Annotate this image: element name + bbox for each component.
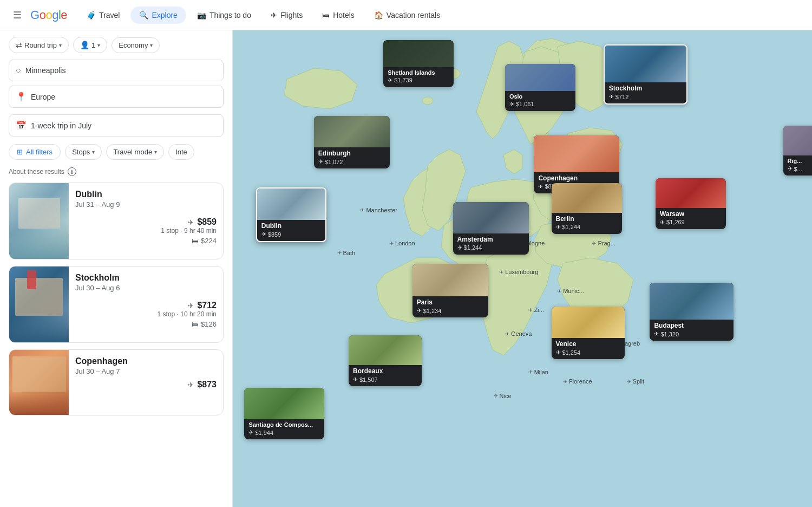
stops-button[interactable]: Stops ▾: [65, 144, 102, 160]
nav-item-vacation-rentals[interactable]: 🏠 Vacation rentals: [365, 6, 449, 24]
dublin-dates: Jul 31 – Aug 9: [75, 200, 217, 209]
map-card-bordeaux[interactable]: Bordeaux ✈$1,507: [349, 335, 422, 386]
person-icon: 👤: [80, 41, 89, 49]
trip-options-row: ⇄ Round trip ▾ 👤 1 ▾ Economy ▾: [9, 37, 224, 53]
map-card-warsaw[interactable]: Warsaw ✈$1,269: [656, 178, 726, 229]
map-card-shetland[interactable]: Shetland Islands ✈$1,739: [383, 40, 454, 87]
passengers-button[interactable]: 👤 1 ▾: [73, 37, 107, 53]
travel-mode-button[interactable]: Travel mode ▾: [106, 144, 164, 160]
dublin-hotel-row: 🛏 $224: [75, 237, 217, 245]
city-label-prague: ✈ Prag...: [592, 240, 615, 246]
dublin-city-name: Dublin: [75, 190, 217, 199]
map-card-dublin-selected[interactable]: Dublin ✈$859: [256, 187, 326, 242]
stockholm-hotel-price: $126: [201, 320, 217, 328]
stockholm-flight-details: 1 stop · 10 hr 20 min: [75, 310, 217, 318]
origin-field[interactable]: [25, 66, 217, 75]
result-card-dublin[interactable]: Dublin Jul 31 – Aug 9 ✈ $859 1 stop · 9 …: [9, 183, 224, 259]
location-pin-icon: 📍: [16, 92, 27, 102]
dublin-hotel-price: $224: [201, 237, 217, 245]
city-label-london: ✈ London: [389, 240, 415, 246]
stockholm-card-content: Stockholm Jul 30 – Aug 6 ✈ $712 1 stop ·…: [69, 266, 223, 342]
map-card-venice[interactable]: Venice ✈$1,254: [552, 307, 625, 359]
copenhagen-card-content: Copenhagen Jul 30 – Aug 7 ✈ $873: [69, 350, 223, 415]
info-icon[interactable]: ℹ: [68, 167, 76, 176]
copenhagen-card-image: [9, 350, 69, 415]
city-label-nice: ✈ Nice: [494, 393, 512, 399]
calendar-icon: 📅: [16, 120, 27, 131]
hotels-icon: 🛏: [322, 11, 330, 20]
nav-items: 🧳 Travel 🔍 Explore 📷 Things to do ✈ Flig…: [78, 6, 449, 24]
city-label-manchester: ✈ Manchester: [360, 207, 397, 213]
dublin-price-row: ✈ $859: [75, 217, 217, 227]
map-card-paris[interactable]: Paris ✈$1,234: [412, 264, 488, 317]
stockholm-dates: Jul 30 – Aug 6: [75, 284, 217, 292]
destination-input-row: 📍: [9, 86, 224, 108]
city-label-luxembourg: ✈ Luxembourg: [499, 269, 538, 275]
things-to-do-icon: 📷: [197, 11, 206, 20]
dublin-card-content: Dublin Jul 31 – Aug 9 ✈ $859 1 stop · 9 …: [69, 183, 223, 259]
result-card-copenhagen[interactable]: Copenhagen Jul 30 – Aug 7 ✈ $873: [9, 349, 224, 415]
map-card-berlin[interactable]: Berlin ✈$1,244: [552, 183, 622, 234]
chevron-down-icon-travel: ▾: [154, 149, 157, 155]
city-label-munich: ✈ Munic...: [557, 288, 584, 294]
hotel-icon-2: 🛏: [192, 320, 199, 328]
copenhagen-city-name: Copenhagen: [75, 356, 217, 366]
city-label-bath: ✈ Bath: [337, 250, 356, 256]
origin-input-row: ○: [9, 60, 224, 81]
city-label-split: ✈ Split: [627, 378, 644, 385]
nav-item-explore[interactable]: 🔍 Explore: [130, 6, 186, 24]
stockholm-card-image: [9, 266, 69, 342]
map-card-amsterdam[interactable]: Amsterdam ✈$1,244: [453, 202, 529, 255]
round-trip-button[interactable]: ⇄ Round trip ▾: [9, 37, 69, 53]
map-card-riga-partial[interactable]: Rig... ✈$...: [783, 126, 813, 176]
city-label-geneva: ✈ Geneva: [505, 330, 532, 337]
city-label-zurich: ✈ Zi...: [528, 307, 544, 313]
search-panel: ⇄ Round trip ▾ 👤 1 ▾ Economy ▾ ○ 📍: [0, 30, 233, 507]
map-card-stockholm-large[interactable]: Stockholm ✈$712: [604, 44, 687, 105]
chevron-down-icon-cabin: ▾: [150, 42, 153, 48]
date-row[interactable]: 📅 1-week trip in July: [9, 114, 224, 136]
flight-icon: ✈: [188, 218, 194, 226]
hamburger-button[interactable]: ☰: [9, 5, 26, 25]
copenhagen-dates: Jul 30 – Aug 7: [75, 367, 217, 375]
stockholm-price-row: ✈ $712: [75, 301, 217, 310]
dublin-price: $859: [197, 217, 217, 227]
stockholm-price: $712: [197, 301, 217, 310]
cabin-class-button[interactable]: Economy ▾: [112, 37, 160, 53]
nav-item-flights[interactable]: ✈ Flights: [262, 6, 311, 24]
dublin-card-image: [9, 183, 69, 259]
nav-item-hotels[interactable]: 🛏 Hotels: [313, 6, 363, 24]
svg-point-2: [422, 97, 433, 105]
map-card-oslo[interactable]: Oslo ✈$1,061: [505, 64, 575, 111]
dublin-flight-details: 1 stop · 9 hr 40 min: [75, 227, 217, 235]
results-info: About these results ℹ: [9, 167, 224, 176]
city-label-florence: ✈ Florence: [563, 378, 592, 385]
map-card-santiago[interactable]: Santiago de Compos... ✈$1,944: [244, 388, 324, 439]
about-results-label: About these results: [9, 168, 64, 176]
copenhagen-price-row: ✈ $873: [75, 380, 217, 389]
nav-item-travel[interactable]: 🧳 Travel: [78, 6, 128, 24]
flight-icon-2: ✈: [188, 302, 194, 310]
chevron-down-icon-passengers: ▾: [97, 42, 100, 48]
all-filters-button[interactable]: ⊞ All filters: [9, 144, 61, 160]
chevron-down-icon-stops: ▾: [92, 149, 95, 155]
nav-item-things-to-do[interactable]: 📷 Things to do: [188, 6, 260, 24]
destination-field[interactable]: [31, 93, 217, 101]
map-card-budapest[interactable]: Budapest ✈$1,320: [650, 283, 734, 341]
chevron-down-icon: ▾: [59, 42, 62, 48]
explore-icon: 🔍: [139, 11, 148, 20]
filter-icon: ⊞: [17, 148, 23, 156]
origin-icon: ○: [16, 66, 21, 75]
copenhagen-price: $873: [197, 380, 217, 389]
google-logo: Google: [30, 8, 67, 22]
vacation-rentals-icon: 🏠: [374, 11, 383, 20]
flights-icon: ✈: [271, 11, 277, 20]
travel-icon: 🧳: [87, 11, 96, 20]
filters-row: ⊞ All filters Stops ▾ Travel mode ▾ Inte: [9, 144, 224, 160]
top-nav: ☰ Google 🧳 Travel 🔍 Explore 📷 Things to …: [0, 0, 812, 30]
map-card-edinburgh[interactable]: Edinburgh ✈$1,072: [314, 116, 390, 168]
stockholm-city-name: Stockholm: [75, 273, 217, 283]
other-filter-button[interactable]: Inte: [168, 144, 194, 160]
result-card-stockholm[interactable]: Stockholm Jul 30 – Aug 6 ✈ $712 1 stop ·…: [9, 266, 224, 343]
map-container[interactable]: ✈ Manchester ✈ Bath ✈ London ✈ Cologne ✈…: [233, 30, 812, 507]
